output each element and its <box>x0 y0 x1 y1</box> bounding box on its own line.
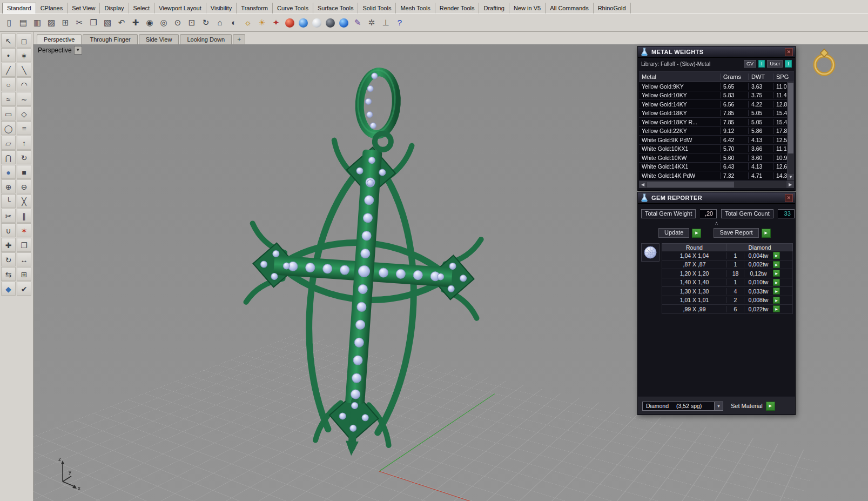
metal-row[interactable]: White Gold:9K PdW6.424.1312.59 <box>639 136 794 145</box>
metal-row[interactable]: Yellow Gold:18KY7.855.0515.41 <box>639 109 794 118</box>
sweep-icon[interactable]: ⋂ <box>1 150 16 164</box>
column-header-gem[interactable]: Diamond <box>727 244 792 251</box>
metal-weights-header[interactable]: METAL WEIGHTS ✕ <box>638 46 795 58</box>
boolean-difference-icon[interactable]: ⊖ <box>17 179 31 193</box>
boolean-union-icon[interactable]: ⊕ <box>1 179 16 193</box>
circle-icon[interactable]: ○ <box>1 77 16 91</box>
offset-icon[interactable]: ≡ <box>17 121 31 135</box>
menu-item-visibility[interactable]: Visibility <box>206 3 237 14</box>
pan-view-icon[interactable]: ✚ <box>130 17 142 29</box>
column-header-dwt[interactable]: DWT <box>749 74 773 80</box>
close-icon[interactable]: ✕ <box>785 194 793 202</box>
column-header-metal[interactable]: Metal <box>639 74 721 80</box>
cut-icon[interactable]: ✂ <box>73 17 85 29</box>
revolve-icon[interactable]: ↻ <box>17 150 31 164</box>
move-icon[interactable]: ✚ <box>1 238 16 252</box>
scroll-down-icon[interactable]: ▼ <box>788 174 794 181</box>
rotate-view-icon[interactable]: ↻ <box>200 17 212 29</box>
menu-item-transform[interactable]: Transform <box>237 3 273 14</box>
viewport-tab-side-view[interactable]: Side View <box>139 34 179 44</box>
column-header-spg[interactable]: SPG <box>773 74 794 80</box>
set-material-go-icon[interactable]: ▶ <box>766 402 775 411</box>
sphere-dark-icon[interactable] <box>326 18 335 28</box>
ellipse-icon[interactable]: ◯ <box>1 121 16 135</box>
metal-row[interactable]: White Gold:10KX15.703.6611.18 <box>639 145 794 154</box>
column-header-shape[interactable]: Round <box>662 244 727 251</box>
gumball-icon[interactable]: ◆ <box>1 282 16 296</box>
chevron-down-icon[interactable]: ▼ <box>74 46 82 55</box>
zoom-extents-icon[interactable]: ⊡ <box>186 17 198 29</box>
zoom-selected-icon[interactable]: ⊙ <box>172 17 184 29</box>
join-icon[interactable]: ∪ <box>1 223 16 237</box>
menu-item-viewport-layout[interactable]: Viewport Layout <box>154 3 206 14</box>
rotate-icon[interactable]: ↻ <box>1 252 16 266</box>
viewport-tab-looking-down[interactable]: Looking Down <box>180 34 232 44</box>
horizontal-scrollbar[interactable]: ◀ ▶ <box>639 181 794 188</box>
options-gear-icon[interactable]: ✲ <box>366 17 378 29</box>
trim-icon[interactable]: ✂ <box>1 209 16 223</box>
menu-item-solid-tools[interactable]: Solid Tools <box>358 3 396 14</box>
menu-item-mesh-tools[interactable]: Mesh Tools <box>396 3 435 14</box>
metal-row[interactable]: Yellow Gold:18KY R...7.855.0515.41 <box>639 118 794 127</box>
user-toggle-state[interactable]: I <box>785 60 792 68</box>
sphere-white-icon[interactable] <box>312 18 321 28</box>
column-header-grams[interactable]: Grams <box>721 74 749 80</box>
menu-item-select[interactable]: Select <box>129 3 155 14</box>
new-viewport-tab-button[interactable]: + <box>233 34 245 44</box>
rectangle-icon[interactable]: ▭ <box>1 106 16 121</box>
menu-item-display[interactable]: Display <box>100 3 129 14</box>
print-icon[interactable]: ▨ <box>45 17 57 29</box>
update-go-icon[interactable]: ▶ <box>692 229 701 238</box>
cplane-icon[interactable]: ⊥ <box>380 17 392 29</box>
scrollbar-thumb[interactable] <box>647 182 734 188</box>
total-gem-count-value[interactable]: 33 <box>778 209 795 218</box>
polyline-icon[interactable]: ╲ <box>17 63 31 77</box>
gem-row[interactable]: 1,04 X 1,0410,004tw▶ <box>662 251 793 260</box>
close-icon[interactable]: ✕ <box>785 48 793 56</box>
chevron-down-icon[interactable]: ▼ <box>714 402 723 410</box>
chamfer-icon[interactable]: ╳ <box>17 194 31 208</box>
fillet-icon[interactable]: ╰ <box>1 194 16 208</box>
mirror-icon[interactable]: ⇆ <box>1 267 16 281</box>
deselect-icon[interactable]: ◻ <box>17 34 31 48</box>
metal-row[interactable]: Yellow Gold:22KY9.125.8617.89 <box>639 127 794 136</box>
toolbar-layout-icon[interactable]: ⊞ <box>59 17 71 29</box>
scroll-right-icon[interactable]: ▶ <box>786 181 794 188</box>
viewport-tab-perspective[interactable]: Perspective <box>37 34 82 44</box>
material-dropdown[interactable]: Diamond (3,52 spg) ▼ <box>642 402 723 411</box>
scale-icon[interactable]: ↔ <box>17 252 31 266</box>
sphere-earth-icon[interactable] <box>339 18 348 28</box>
row-action-icon[interactable]: ▶ <box>773 261 780 268</box>
analyze-icon[interactable]: ✔ <box>17 282 31 296</box>
digitizer-icon[interactable]: ✦ <box>270 17 282 29</box>
explode-icon[interactable]: ✶ <box>17 223 31 237</box>
gem-row[interactable]: ,99 X ,9960,022tw▶ <box>662 305 793 314</box>
menu-item-cplanes[interactable]: CPlanes <box>36 3 68 14</box>
menu-item-standard[interactable]: Standard <box>2 3 36 14</box>
render-sphere-blue-icon[interactable] <box>299 18 308 28</box>
undo-icon[interactable]: ↶ <box>116 17 127 29</box>
metal-row[interactable]: Yellow Gold:14KY6.564.2212.88 <box>639 100 794 109</box>
zoom-dynamic-icon[interactable]: ◉ <box>144 17 156 29</box>
scrollbar-thumb[interactable] <box>788 83 793 153</box>
sphere-icon[interactable]: ● <box>1 165 16 179</box>
notes-icon[interactable]: ✎ <box>352 17 364 29</box>
metal-row[interactable]: Yellow Gold:10KY5.833.7511.44 <box>639 91 794 101</box>
viewport-title-menu[interactable]: Perspective ▼ <box>38 46 82 55</box>
gem-row[interactable]: 1,01 X 1,0120,008tw▶ <box>662 296 793 305</box>
gem-reporter-header[interactable]: GEM REPORTER ✕ <box>638 192 795 204</box>
copy-tool-icon[interactable]: ❐ <box>17 238 31 252</box>
handle-curve-icon[interactable]: ∼ <box>17 92 31 106</box>
gem-row[interactable]: ,87 X ,8710,002tw▶ <box>662 260 793 270</box>
shaded-view-icon[interactable]: ◐ <box>228 17 240 29</box>
metal-row[interactable]: Yellow Gold:9KY5.653.6311.08 <box>639 82 794 91</box>
set-view-icon[interactable]: ⌂ <box>214 17 226 29</box>
material-red-icon[interactable] <box>285 18 294 28</box>
extrude-icon[interactable]: ↑ <box>17 136 31 150</box>
vertical-scrollbar[interactable]: ▼ <box>787 82 794 181</box>
save-file-icon[interactable]: ▥ <box>31 17 43 29</box>
viewport-tab-through-finger[interactable]: Through Finger <box>83 34 137 44</box>
collapse-chevron-icon[interactable]: ∧ <box>638 221 795 226</box>
render-icon[interactable]: ☼ <box>242 17 254 29</box>
metal-row[interactable]: White Gold:10KW5.603.6010.99 <box>639 153 794 163</box>
